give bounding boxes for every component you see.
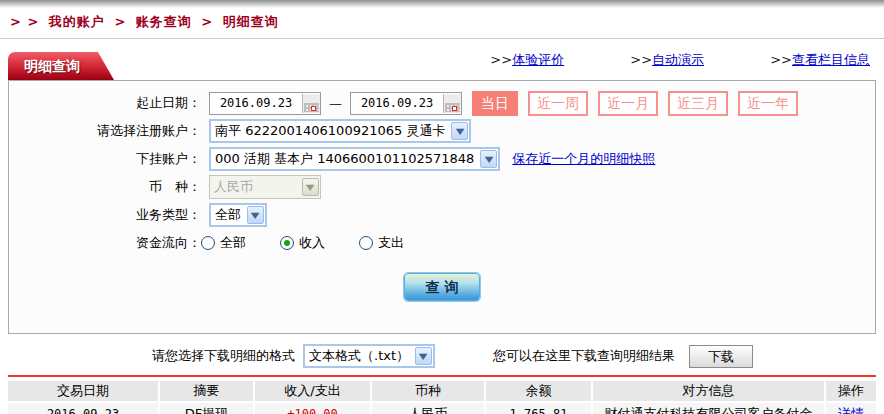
radio-label: 全部 xyxy=(220,234,246,252)
query-button-wrap: 查 询 xyxy=(9,273,875,301)
cell-currency: 人民币 xyxy=(372,403,484,414)
save-snapshot-link[interactable]: 保存近一个月的明细快照 xyxy=(512,150,655,168)
cell-balance: 1,765.81 xyxy=(486,403,591,414)
tab-detail-query[interactable]: 明细查询 xyxy=(8,52,114,80)
calendar-icon[interactable] xyxy=(302,94,320,113)
header-action: 操作 xyxy=(826,381,876,401)
sub-account-label: 下挂账户： xyxy=(9,150,201,168)
radio-checked-icon[interactable] xyxy=(280,236,294,250)
fund-flow-row: 资金流向： 全部 收入 支出 xyxy=(9,230,875,256)
range-button-last-week[interactable]: 近一周 xyxy=(528,91,588,116)
fund-flow-option-all[interactable]: 全部 xyxy=(201,234,246,252)
register-account-label: 请选择注册账户： xyxy=(9,122,201,140)
query-form-panel: 起止日期： 2016.09.23 — 2016.09.23 当日 近一周 近一月… xyxy=(8,80,876,334)
breadcrumb-separator: > xyxy=(201,14,213,29)
calendar-icon[interactable] xyxy=(443,94,461,113)
currency-value: 人民币 xyxy=(214,178,253,196)
currency-label: 币 种： xyxy=(9,178,201,196)
breadcrumb-separator: > xyxy=(114,14,126,29)
page-top-strip xyxy=(0,0,884,8)
breadcrumb-item-account-query[interactable]: 账务查询 xyxy=(136,14,192,29)
chevron-down-icon[interactable] xyxy=(247,206,264,224)
header-balance: 余额 xyxy=(486,381,591,401)
query-button[interactable]: 查 询 xyxy=(404,273,480,301)
date-range-label: 起止日期： xyxy=(9,94,201,112)
fund-flow-options: 全部 收入 支出 xyxy=(201,234,438,252)
cell-summary: DF提现 xyxy=(160,403,253,414)
range-button-last-3-months[interactable]: 近三月 xyxy=(668,91,728,116)
range-button-last-year[interactable]: 近一年 xyxy=(738,91,798,116)
business-type-label: 业务类型： xyxy=(9,206,201,224)
link-label: 查看栏目信息 xyxy=(792,52,870,67)
breadcrumb-item-detail-query[interactable]: 明细查询 xyxy=(223,14,279,29)
download-format-label: 请您选择下载明细的格式 xyxy=(152,347,295,365)
register-account-row: 请选择注册账户： 南平 6222001406100921065 灵通卡 xyxy=(9,118,875,144)
download-format-value: 文本格式（.txt） xyxy=(309,347,409,365)
currency-row: 币 种： 人民币 xyxy=(9,174,875,200)
sub-account-select[interactable]: 000 活期 基本户 1406600101102571848 xyxy=(209,147,500,171)
end-date-value: 2016.09.23 xyxy=(351,96,443,110)
chevron-down-icon[interactable] xyxy=(415,347,432,365)
experience-review-link[interactable]: >>体验评价 xyxy=(490,52,564,67)
register-account-select[interactable]: 南平 6222001406100921065 灵通卡 xyxy=(209,119,471,143)
currency-select: 人民币 xyxy=(209,175,321,199)
range-button-today[interactable]: 当日 xyxy=(472,91,518,116)
detail-link[interactable]: 详情 xyxy=(838,406,864,414)
radio-icon[interactable] xyxy=(359,236,373,250)
register-account-value: 南平 6222001406100921065 灵通卡 xyxy=(215,122,445,140)
radio-label: 支出 xyxy=(378,234,404,252)
header-currency: 币种 xyxy=(372,381,484,401)
breadcrumb: > > 我的账户 > 账务查询 > 明细查询 xyxy=(0,8,884,39)
date-separator: — xyxy=(329,96,342,111)
sub-account-value: 000 活期 基本户 1406600101102571848 xyxy=(215,150,474,168)
download-row: 请您选择下载明细的格式 文本格式（.txt） 您可以在这里下载查询明细结果 下载 xyxy=(152,343,884,369)
cell-counterparty: 财付通支付科技有限公司客户备付金 xyxy=(593,403,824,414)
end-date-input[interactable]: 2016.09.23 xyxy=(350,92,462,115)
header-counterparty: 对方信息 xyxy=(593,381,824,401)
start-date-value: 2016.09.23 xyxy=(210,96,302,110)
business-type-value: 全部 xyxy=(215,206,241,224)
cell-action: 详情 xyxy=(826,403,876,414)
breadcrumb-item-my-account[interactable]: 我的账户 xyxy=(49,14,105,29)
header-links: >>体验评价 >>自动演示 >>查看栏目信息 xyxy=(428,51,870,69)
header-income-expense: 收入/支出 xyxy=(255,381,370,401)
range-button-last-month[interactable]: 近一月 xyxy=(598,91,658,116)
auto-demo-link[interactable]: >>自动演示 xyxy=(630,52,704,67)
date-range-row: 起止日期： 2016.09.23 — 2016.09.23 当日 近一周 近一月… xyxy=(9,90,875,116)
business-type-select[interactable]: 全部 xyxy=(209,203,267,227)
business-type-row: 业务类型： 全部 xyxy=(9,202,875,228)
cell-amount: +100.00 xyxy=(255,403,370,414)
view-column-info-link[interactable]: >>查看栏目信息 xyxy=(770,52,870,67)
table-header-row: 交易日期 摘要 收入/支出 币种 余额 对方信息 操作 xyxy=(8,381,876,401)
download-button[interactable]: 下载 xyxy=(689,345,753,368)
chevron-down-icon[interactable] xyxy=(451,122,468,140)
link-label: 自动演示 xyxy=(652,52,704,67)
fund-flow-option-expense[interactable]: 支出 xyxy=(359,234,404,252)
download-hint: 您可以在这里下载查询明细结果 xyxy=(493,347,675,365)
sub-account-row: 下挂账户： 000 活期 基本户 1406600101102571848 保存近… xyxy=(9,146,875,172)
fund-flow-label: 资金流向： xyxy=(9,234,201,252)
result-table: 交易日期 摘要 收入/支出 币种 余额 对方信息 操作 2016-09-23 D… xyxy=(8,375,876,414)
tab-row: 明细查询 >>体验评价 >>自动演示 >>查看栏目信息 xyxy=(0,45,884,80)
link-label: 体验评价 xyxy=(512,52,564,67)
radio-label: 收入 xyxy=(299,234,325,252)
link-prefix: >> xyxy=(630,52,652,67)
radio-icon[interactable] xyxy=(201,236,215,250)
chevron-down-icon xyxy=(302,178,319,196)
header-summary: 摘要 xyxy=(160,381,253,401)
table-row: 2016-09-23 DF提现 +100.00 人民币 1,765.81 财付通… xyxy=(8,403,876,414)
header-trade-date: 交易日期 xyxy=(8,381,158,401)
breadcrumb-prefix: > > xyxy=(10,14,39,29)
fund-flow-option-income[interactable]: 收入 xyxy=(280,234,325,252)
link-prefix: >> xyxy=(770,52,792,67)
link-prefix: >> xyxy=(490,52,512,67)
cell-trade-date: 2016-09-23 xyxy=(8,403,158,414)
start-date-input[interactable]: 2016.09.23 xyxy=(209,92,321,115)
download-format-select[interactable]: 文本格式（.txt） xyxy=(303,344,435,368)
chevron-down-icon[interactable] xyxy=(480,150,497,168)
